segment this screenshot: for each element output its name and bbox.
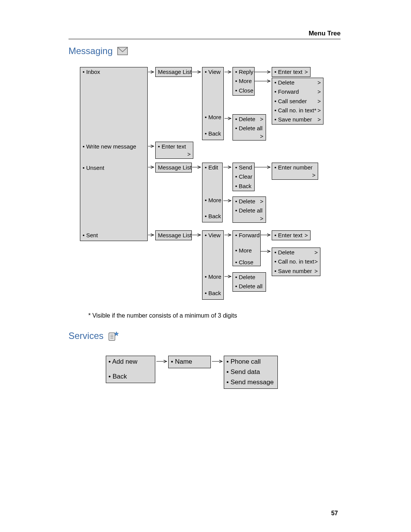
- unsent-item: Unsent: [80, 163, 147, 173]
- page-number: 57: [331, 510, 338, 517]
- senddata-item: Send data: [224, 367, 277, 377]
- eback-item: Back: [233, 182, 254, 191]
- sfwd-item: Forward: [233, 231, 260, 240]
- sdel-item: Delete>: [272, 248, 320, 257]
- services-title-text: Services: [68, 331, 104, 341]
- clear-item: Clear: [233, 172, 254, 181]
- close-item: Close: [233, 86, 254, 95]
- umore-item: More: [202, 196, 222, 205]
- ssaveno-item: Save number>: [272, 267, 320, 276]
- messaging-title: Messaging: [68, 46, 128, 56]
- services-name-box: Name: [168, 356, 211, 368]
- sent-fwd-box: Forward More Close: [233, 230, 261, 266]
- inbox-view-box: View More Back: [202, 67, 224, 140]
- callno-item: Call no. in text*>: [272, 106, 323, 115]
- enter-number-box: Enter number >: [272, 163, 318, 180]
- inbox-more-box: Delete> Forward> Call sender> Call no. i…: [272, 78, 323, 125]
- messaging-main-box: Inbox Write new message Unsent Sent: [80, 67, 148, 241]
- services-actions-box: Phone call Send data Send message: [224, 356, 278, 389]
- services-icon: [108, 332, 119, 340]
- sent-item: Sent: [80, 231, 147, 240]
- enternum-item: Enter number >: [272, 163, 318, 172]
- sdel2-item: Delete: [233, 273, 266, 282]
- footnote: * Visible if the number consists of a mi…: [88, 312, 237, 319]
- uback-item: Back: [202, 212, 222, 221]
- write-enter-box: Enter text >: [155, 142, 193, 159]
- unsent-msglist-box: Message List: [155, 163, 192, 173]
- sendmsg-item: Send message: [224, 377, 277, 388]
- inbox-reply-box: Reply More Close: [233, 67, 255, 96]
- msglist3-text: Message List: [156, 231, 191, 240]
- svmore-item: More: [233, 246, 260, 255]
- saveno-item: Save number>: [272, 115, 323, 124]
- sdelall-item: Delete all: [233, 282, 266, 291]
- write-item: Write new message: [80, 142, 147, 151]
- sent-enter-box: Enter text >: [272, 230, 311, 240]
- svcback-item: Back: [106, 372, 155, 382]
- msglist-text: Message List: [156, 67, 191, 77]
- back-item: Back: [202, 129, 223, 138]
- callsender-item: Call sender>: [272, 97, 323, 106]
- senter-item: Enter text >: [272, 231, 310, 240]
- sent-more-box: Delete> Call no. in text> Save number>: [272, 248, 320, 276]
- name-item: Name: [169, 356, 210, 368]
- phone-item: Phone call: [224, 356, 277, 367]
- reply-enter-item: Enter text>: [272, 67, 310, 77]
- scallno-item: Call no. in text>: [272, 257, 320, 266]
- sview-item: View: [202, 231, 223, 240]
- reply-item: Reply: [233, 67, 254, 77]
- del-item: Delete>: [272, 78, 323, 87]
- services-main-box: Add new Back: [106, 356, 155, 383]
- edit-item: Edit: [202, 163, 222, 172]
- msglist2-text: Message List: [156, 163, 191, 172]
- del2-item: Delete>: [233, 115, 266, 124]
- inbox-more-sub: Delete> Delete all>: [233, 114, 266, 141]
- envelope-icon: [117, 47, 128, 55]
- services-title: Services: [68, 331, 119, 341]
- inbox-item: Inbox: [80, 67, 147, 77]
- udel-item: Delete>: [233, 197, 266, 206]
- more-item: More: [202, 113, 223, 122]
- unsent-edit-box: Edit More Back: [202, 163, 223, 222]
- sent-view-box: View More Back: [202, 230, 224, 300]
- delall-item: Delete all>: [233, 124, 266, 133]
- page: Menu Tree Messaging: [0, 0, 411, 532]
- reply-enter-box: Enter text>: [272, 67, 311, 77]
- vmore-item: More: [233, 77, 254, 86]
- unsent-send-box: Send Clear Back: [233, 163, 255, 191]
- sent-more-sub: Delete Delete all: [233, 272, 266, 292]
- unsent-more-sub: Delete> Delete all>: [233, 197, 266, 223]
- sclose-item: Close: [233, 258, 260, 267]
- sent-msglist-box: Message List: [155, 230, 192, 240]
- fwd-item: Forward>: [272, 87, 323, 96]
- udelall-item: Delete all>: [233, 206, 266, 215]
- sback-item: Back: [202, 289, 223, 298]
- write-enter-item: Enter text >: [156, 142, 193, 151]
- addnew-item: Add new: [106, 356, 155, 367]
- page-header: Menu Tree: [68, 30, 341, 39]
- messaging-title-text: Messaging: [68, 46, 113, 56]
- send-item: Send: [233, 163, 254, 172]
- view-item: View: [202, 67, 223, 77]
- inbox-msglist-box: Message List: [155, 67, 192, 77]
- smore-item: More: [202, 272, 223, 281]
